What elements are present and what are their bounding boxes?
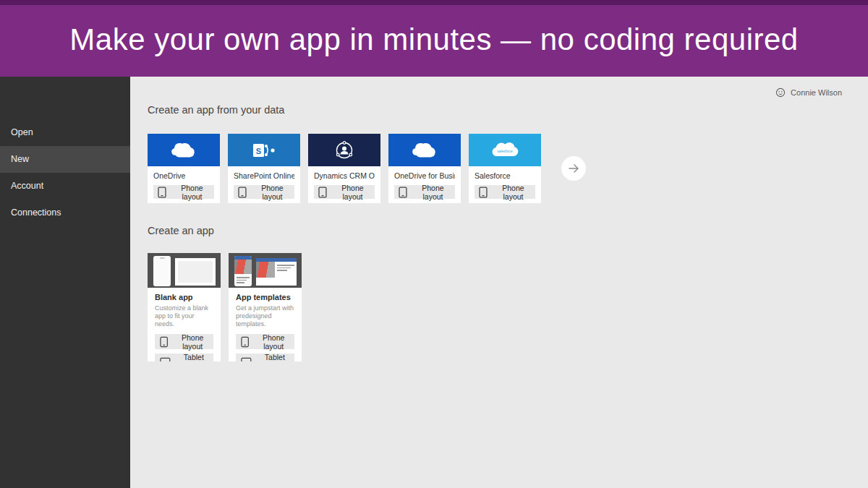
layout-button-label: Phone layout bbox=[170, 184, 214, 201]
phone-icon bbox=[238, 187, 247, 198]
app-templates-tablet-layout-button[interactable]: Tablet layout bbox=[236, 354, 294, 361]
salesforce-tile: salesforce bbox=[469, 134, 541, 166]
app-templates-phone-layout-button[interactable]: Phone layout bbox=[236, 334, 294, 349]
tablet-icon bbox=[241, 357, 252, 362]
layout-button-label: Phone layout bbox=[411, 184, 455, 201]
connector-card-onedrive[interactable]: OneDrive Phone layout bbox=[148, 134, 220, 203]
arrow-right-icon bbox=[566, 161, 581, 176]
section-title-create-an-app: Create an app bbox=[148, 225, 214, 236]
connector-card-sharepoint[interactable]: S SharePoint Online Phone layout bbox=[228, 134, 300, 203]
blank-app-preview bbox=[148, 253, 221, 288]
connector-card-title: SharePoint Online bbox=[234, 171, 294, 180]
dynamics-crm-icon bbox=[333, 140, 355, 161]
onedrive-icon bbox=[407, 140, 442, 160]
sidebar-nav: Open New Account Connections bbox=[0, 119, 130, 226]
blank-app-phone-layout-button[interactable]: Phone layout bbox=[155, 334, 213, 349]
sidebar-item-account[interactable]: Account bbox=[0, 173, 130, 200]
sidebar-item-open[interactable]: Open bbox=[0, 119, 130, 146]
layout-button-group: Phone layout Tablet layout bbox=[236, 334, 294, 361]
banner-top-strip bbox=[0, 0, 868, 5]
layout-button-label: Phone layout bbox=[491, 184, 535, 201]
connector-card-row: OneDrive Phone layout S bbox=[148, 134, 586, 203]
sharepoint-tile: S bbox=[228, 134, 300, 166]
phone-icon bbox=[241, 336, 249, 348]
connector-card-onedrive-business[interactable]: OneDrive for Business Phone layout bbox=[388, 134, 461, 203]
sidebar: Open New Account Connections bbox=[0, 77, 130, 488]
user-icon bbox=[775, 87, 786, 98]
tablet-icon bbox=[160, 357, 171, 362]
phone-icon bbox=[479, 187, 488, 198]
layout-button-group: Phone layout Tablet layout bbox=[155, 334, 213, 361]
onedrive-business-tile bbox=[388, 134, 461, 166]
onedrive-business-phone-layout-button[interactable]: Phone layout bbox=[394, 185, 455, 199]
connector-card-dynamics-crm[interactable]: Dynamics CRM Online Phone layout bbox=[308, 134, 380, 203]
layout-button-label: Phone layout bbox=[171, 333, 213, 351]
salesforce-icon: salesforce bbox=[489, 140, 521, 161]
phone-mockup bbox=[153, 256, 171, 286]
onedrive-phone-layout-button[interactable]: Phone layout bbox=[153, 185, 214, 199]
scroll-right-button[interactable] bbox=[561, 156, 586, 181]
onedrive-icon bbox=[166, 140, 201, 160]
app-card-description: Customize a blank app to fit your needs. bbox=[155, 304, 213, 328]
phone-icon bbox=[399, 187, 407, 198]
banner-title: Make your own app in minutes — no coding… bbox=[69, 22, 798, 57]
svg-text:salesforce: salesforce bbox=[498, 149, 513, 153]
phone-icon bbox=[318, 187, 327, 198]
sidebar-item-new[interactable]: New bbox=[0, 146, 130, 173]
app-card-row: Blank app Customize a blank app to fit y… bbox=[148, 253, 302, 361]
app-card-title: Blank app bbox=[155, 293, 213, 301]
connector-card-title: OneDrive for Business bbox=[394, 171, 455, 180]
sharepoint-phone-layout-button[interactable]: Phone layout bbox=[234, 185, 294, 199]
blank-app-card[interactable]: Blank app Customize a blank app to fit y… bbox=[148, 253, 221, 361]
phone-mockup bbox=[234, 256, 252, 286]
hero-banner: Make your own app in minutes — no coding… bbox=[0, 0, 868, 77]
layout-button-label: Phone layout bbox=[250, 184, 294, 201]
connector-card-title: Dynamics CRM Online bbox=[314, 171, 375, 180]
sharepoint-icon: S bbox=[252, 141, 276, 160]
layout-button-label: Phone layout bbox=[252, 333, 294, 351]
dynamics-phone-layout-button[interactable]: Phone layout bbox=[314, 185, 375, 199]
blank-app-tablet-layout-button[interactable]: Tablet layout bbox=[155, 354, 213, 361]
account-menu[interactable]: Connie Wilson bbox=[775, 87, 842, 98]
salesforce-phone-layout-button[interactable]: Phone layout bbox=[475, 185, 535, 199]
sidebar-item-connections[interactable]: Connections bbox=[0, 200, 130, 226]
connector-card-title: OneDrive bbox=[153, 171, 214, 180]
onedrive-tile bbox=[148, 134, 220, 166]
layout-button-label: Phone layout bbox=[331, 184, 375, 201]
app-card-description: Get a jumpstart with predesigned templat… bbox=[236, 304, 294, 328]
tablet-mockup bbox=[256, 258, 297, 286]
phone-icon bbox=[160, 336, 168, 348]
layout-button-label: Tablet layout bbox=[174, 353, 213, 362]
user-name: Connie Wilson bbox=[791, 88, 842, 97]
section-title-create-from-data: Create an app from your data bbox=[148, 104, 284, 116]
connector-card-title: Salesforce bbox=[475, 171, 535, 180]
layout-button-label: Tablet layout bbox=[255, 353, 294, 362]
app-templates-card[interactable]: App templates Get a jumpstart with prede… bbox=[229, 253, 302, 361]
app-templates-preview bbox=[229, 253, 302, 288]
tablet-mockup bbox=[175, 258, 216, 286]
dynamics-crm-tile bbox=[308, 134, 380, 166]
phone-icon bbox=[158, 187, 166, 198]
main-content: Connie Wilson Create an app from your da… bbox=[130, 77, 868, 488]
app-card-title: App templates bbox=[236, 293, 294, 301]
svg-text:S: S bbox=[256, 146, 261, 155]
connector-card-salesforce[interactable]: salesforce Salesforce Phone layout bbox=[469, 134, 541, 203]
